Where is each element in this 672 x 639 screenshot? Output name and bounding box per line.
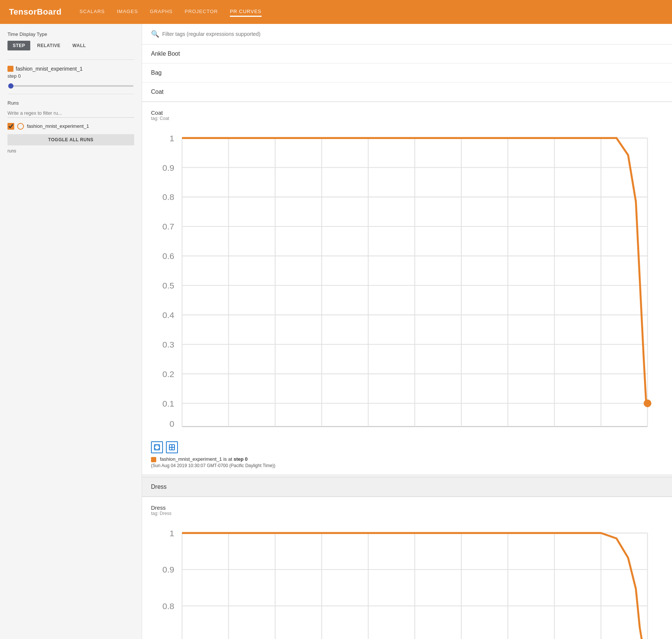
svg-text:0.2: 0.2	[163, 369, 175, 379]
svg-text:0.9: 0.9	[595, 433, 607, 434]
step-label: step 0	[7, 73, 134, 79]
nav-graphs[interactable]: GRAPHS	[150, 7, 173, 17]
chart-header-dress: Dress tag: Dress	[142, 497, 672, 519]
run-checkbox[interactable]	[7, 123, 14, 130]
filter-bar: 🔍	[142, 24, 672, 44]
search-icon: 🔍	[151, 30, 159, 38]
fit-axes-button-coat[interactable]	[151, 441, 163, 453]
v-gridlines-dress	[182, 533, 647, 639]
svg-text:0.3: 0.3	[316, 433, 328, 434]
tag-list: Ankle Boot Bag Coat	[142, 44, 672, 102]
curve-endpoint-coat	[644, 399, 651, 407]
nav-images[interactable]: IMAGES	[117, 7, 138, 17]
svg-text:0.8: 0.8	[163, 601, 175, 611]
chart-area-dress: 1 0.9 0.8 0.7	[142, 519, 672, 639]
svg-text:0.5: 0.5	[409, 433, 421, 434]
step-slider[interactable]	[8, 85, 133, 87]
sidebar: Time Display Type STEP RELATIVE WALL fas…	[0, 24, 142, 639]
chart-svg-dress: 1 0.9 0.8 0.7	[151, 519, 663, 639]
chart-card-dress: Dress tag: Dress	[142, 497, 672, 639]
tag-row-ankle-boot[interactable]: Ankle Boot	[142, 44, 672, 64]
run-item-name: fashion_mnist_experiment_1	[27, 123, 89, 130]
svg-text:0.5: 0.5	[163, 281, 175, 290]
time-display-label: Time Display Type	[7, 31, 134, 37]
chart-legend-coat: fashion_mnist_experiment_1 is at step 0	[151, 456, 663, 462]
logo: TensorBoard	[9, 7, 62, 17]
chart-title-coat: Coat	[151, 109, 663, 116]
filter-input[interactable]	[162, 31, 663, 37]
time-btn-step[interactable]: STEP	[7, 41, 30, 50]
nav: SCALARS IMAGES GRAPHS PROJECTOR PR CURVE…	[80, 7, 663, 17]
svg-text:1: 1	[645, 433, 650, 434]
time-buttons: STEP RELATIVE WALL	[7, 41, 134, 50]
main-content: 🔍 Ankle Boot Bag Coat Coat tag: Coat	[142, 24, 672, 639]
svg-text:0.1: 0.1	[223, 433, 235, 434]
svg-text:0.4: 0.4	[362, 433, 374, 434]
run-radio-indicator	[17, 123, 24, 130]
time-btn-relative[interactable]: RELATIVE	[32, 41, 65, 50]
legend-color-coat	[151, 457, 156, 462]
divider-2	[7, 94, 134, 94]
svg-text:0.4: 0.4	[163, 310, 175, 320]
chart-title-dress: Dress	[151, 504, 663, 511]
toggle-all-runs-button[interactable]: TOGGLE ALL RUNS	[7, 134, 134, 145]
legend-step-coat: step 0	[234, 456, 248, 462]
header: TensorBoard SCALARS IMAGES GRAPHS PROJEC…	[0, 0, 672, 24]
chart-legend-time-coat: (Sun Aug 04 2019 10:30:07 GMT-0700 (Paci…	[151, 463, 663, 468]
svg-text:0.9: 0.9	[163, 565, 175, 574]
step-slider-wrap	[7, 82, 134, 88]
svg-text:0.8: 0.8	[163, 192, 175, 202]
run-color-swatch	[7, 66, 13, 72]
run-name: fashion_mnist_experiment_1	[16, 66, 83, 72]
svg-text:0.7: 0.7	[163, 638, 175, 639]
runs-title: Runs	[7, 100, 134, 106]
svg-text:0.7: 0.7	[163, 222, 175, 231]
nav-scalars[interactable]: SCALARS	[80, 7, 105, 17]
x-axis-coat: 0 0.1 0.2 0.3 0.4 0.5 0.6 0.7 0.8 0.9 1	[180, 433, 650, 434]
svg-text:1: 1	[170, 133, 175, 143]
svg-text:0.1: 0.1	[163, 399, 175, 408]
svg-text:0: 0	[170, 419, 175, 429]
chart-subtitle-dress: tag: Dress	[151, 511, 663, 516]
run-item: fashion_mnist_experiment_1	[7, 123, 134, 130]
section-divider-dress[interactable]: Dress	[142, 477, 672, 497]
runs-filter-input[interactable]	[7, 109, 134, 118]
svg-text:1: 1	[170, 528, 175, 538]
chart-subtitle-coat: tag: Coat	[151, 116, 663, 121]
nav-pr-curves[interactable]: PR CURVES	[230, 7, 262, 17]
chart-area-coat: 1 0.9 0.8 0.7 0.6 0.5 0.4 0.3 0.2 0.1 0	[142, 124, 672, 438]
chart-card-coat: Coat tag: Coat 1 0.9 0.8 0.7 0.6 0.5 0	[142, 102, 672, 474]
chart-svg-coat: 1 0.9 0.8 0.7 0.6 0.5 0.4 0.3 0.2 0.1 0	[151, 124, 663, 434]
svg-text:0.6: 0.6	[455, 433, 467, 434]
chart-icons-coat	[151, 441, 663, 453]
y-axis-coat: 1 0.9 0.8 0.7 0.6 0.5 0.4 0.3 0.2 0.1 0	[163, 133, 175, 429]
svg-text:0.8: 0.8	[549, 433, 561, 434]
svg-text:0.7: 0.7	[502, 433, 514, 434]
runs-footer: runs	[7, 148, 134, 154]
layout: Time Display Type STEP RELATIVE WALL fas…	[0, 24, 672, 639]
svg-text:0.2: 0.2	[269, 433, 281, 434]
svg-text:0.3: 0.3	[163, 340, 175, 349]
runs-section: Runs fashion_mnist_experiment_1 TOGGLE A…	[7, 100, 134, 154]
tag-row-bag[interactable]: Bag	[142, 64, 672, 83]
toggle-lines-button-coat[interactable]	[166, 441, 178, 453]
divider-1	[7, 59, 134, 60]
nav-projector[interactable]: PROJECTOR	[185, 7, 218, 17]
run-name-line: fashion_mnist_experiment_1	[7, 66, 134, 72]
tag-row-coat[interactable]: Coat	[142, 83, 672, 102]
chart-header-coat: Coat tag: Coat	[142, 102, 672, 124]
v-gridlines-coat	[182, 138, 647, 426]
time-display-section: Time Display Type STEP RELATIVE WALL	[7, 31, 134, 50]
svg-text:0: 0	[180, 433, 185, 434]
svg-text:0.9: 0.9	[163, 163, 175, 173]
time-btn-wall[interactable]: WALL	[67, 41, 91, 50]
y-axis-dress: 1 0.9 0.8 0.7	[163, 528, 175, 639]
svg-rect-44	[154, 445, 160, 450]
legend-run-coat: fashion_mnist_experiment_1	[160, 456, 222, 462]
svg-text:0.6: 0.6	[163, 251, 175, 261]
chart-footer-coat: fashion_mnist_experiment_1 is at step 0 …	[142, 438, 672, 474]
